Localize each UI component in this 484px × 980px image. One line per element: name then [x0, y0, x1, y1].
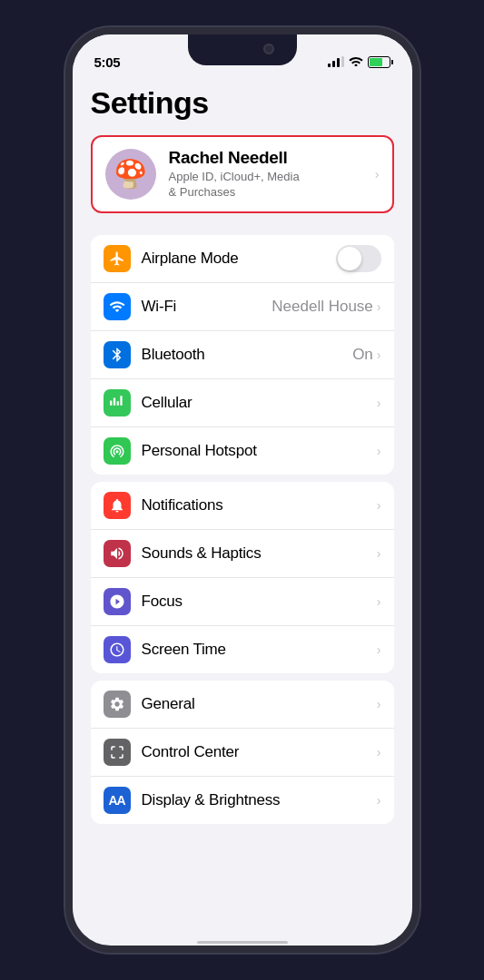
bluetooth-icon — [104, 341, 131, 368]
profile-name: Rachel Needell — [169, 148, 375, 168]
status-time: 5:05 — [94, 54, 121, 70]
wifi-status-icon — [349, 55, 363, 69]
wifi-label: Wi-Fi — [142, 298, 272, 316]
wifi-value: Needell House — [272, 298, 373, 316]
settings-item-bluetooth[interactable]: Bluetooth On › — [91, 331, 394, 379]
section-notifications: Notifications › Sounds & Haptics › — [91, 482, 394, 673]
screen-time-chevron: › — [377, 642, 381, 657]
cellular-label: Cellular — [142, 394, 377, 412]
page-title: Settings — [91, 85, 394, 121]
focus-label: Focus — [142, 593, 377, 611]
section-network: Airplane Mode Wi-Fi Needell House › — [91, 235, 394, 475]
focus-icon — [104, 588, 131, 615]
airplane-mode-icon — [104, 245, 131, 272]
battery-fill — [370, 58, 383, 66]
notch — [188, 34, 297, 65]
mute-button[interactable] — [65, 162, 67, 193]
section-general: General › Control Center › AA Display & … — [91, 681, 394, 824]
settings-item-personal-hotspot[interactable]: Personal Hotspot › — [91, 427, 394, 475]
cellular-icon — [104, 389, 131, 416]
settings-item-focus[interactable]: Focus › — [91, 578, 394, 626]
phone-frame: 5:05 Settings — [65, 27, 420, 953]
sounds-icon — [104, 540, 131, 567]
bluetooth-label: Bluetooth — [142, 346, 353, 364]
status-icons — [328, 55, 390, 69]
sounds-chevron: › — [377, 546, 381, 561]
profile-info: Rachel Needell Apple ID, iCloud+, Media&… — [169, 148, 375, 201]
settings-item-notifications[interactable]: Notifications › — [91, 482, 394, 530]
settings-content: Settings 🍄 Rachel Needell Apple ID, iClo… — [73, 78, 412, 946]
control-center-icon — [104, 739, 131, 766]
airplane-mode-toggle[interactable] — [336, 245, 381, 272]
general-icon — [104, 691, 131, 718]
settings-item-display[interactable]: AA Display & Brightness › — [91, 777, 394, 824]
signal-icon — [328, 56, 344, 67]
front-camera — [263, 44, 274, 54]
power-button[interactable] — [418, 216, 420, 298]
volume-down-button[interactable] — [65, 275, 67, 329]
settings-item-control-center[interactable]: Control Center › — [91, 729, 394, 777]
cellular-chevron: › — [377, 396, 381, 410]
settings-item-sounds[interactable]: Sounds & Haptics › — [91, 530, 394, 578]
notifications-icon — [104, 492, 131, 519]
profile-item[interactable]: 🍄 Rachel Needell Apple ID, iCloud+, Medi… — [91, 135, 394, 213]
notifications-chevron: › — [377, 498, 381, 513]
battery-icon — [368, 56, 390, 68]
control-center-chevron: › — [377, 745, 381, 760]
screen-time-label: Screen Time — [142, 641, 377, 659]
home-indicator[interactable] — [197, 941, 288, 944]
personal-hotspot-icon — [104, 437, 131, 465]
avatar: 🍄 — [105, 149, 156, 200]
display-icon: AA — [104, 787, 131, 814]
display-label: Display & Brightness — [142, 791, 377, 809]
general-chevron: › — [377, 697, 381, 711]
settings-item-wifi[interactable]: Wi-Fi Needell House › — [91, 283, 394, 331]
airplane-mode-label: Airplane Mode — [142, 250, 336, 268]
general-label: General — [142, 695, 377, 713]
focus-chevron: › — [377, 594, 381, 609]
settings-item-general[interactable]: General › — [91, 681, 394, 729]
wifi-icon — [104, 293, 131, 320]
settings-item-screen-time[interactable]: Screen Time › — [91, 626, 394, 673]
sounds-label: Sounds & Haptics — [142, 544, 377, 563]
profile-chevron: › — [375, 167, 380, 181]
personal-hotspot-label: Personal Hotspot — [142, 442, 377, 460]
volume-up-button[interactable] — [65, 207, 67, 261]
profile-subtitle: Apple ID, iCloud+, Media& Purchases — [169, 170, 375, 201]
settings-item-airplane-mode[interactable]: Airplane Mode — [91, 235, 394, 283]
screen-time-icon — [104, 636, 131, 663]
bluetooth-value: On — [352, 346, 373, 364]
control-center-label: Control Center — [142, 743, 377, 761]
personal-hotspot-chevron: › — [377, 444, 381, 458]
settings-item-cellular[interactable]: Cellular › — [91, 379, 394, 427]
bluetooth-chevron: › — [377, 348, 381, 362]
wifi-chevron: › — [377, 299, 381, 314]
notifications-label: Notifications — [142, 496, 377, 514]
display-chevron: › — [377, 793, 381, 808]
